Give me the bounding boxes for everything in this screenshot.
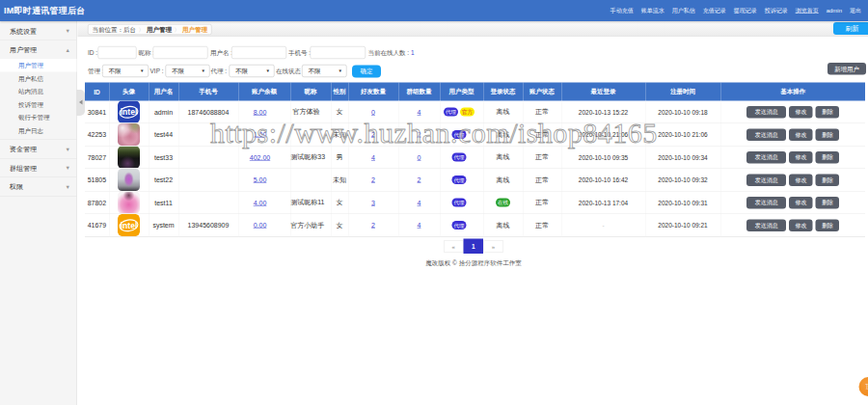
svg-text:intel: intel [121, 221, 138, 230]
svg-text:intel: intel [121, 107, 138, 117]
